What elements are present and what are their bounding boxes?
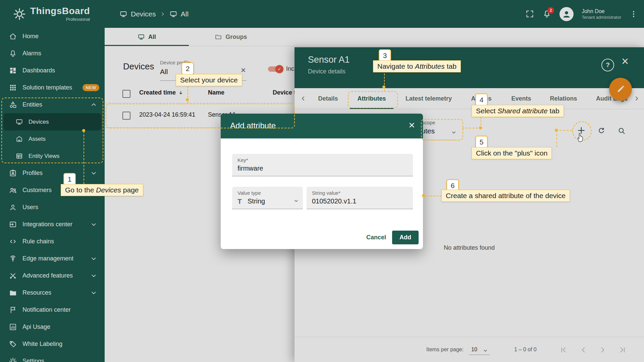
- value-type-value: String: [248, 197, 265, 205]
- thingsboard-app: ThingsBoard Professional Devices All 2 J…: [0, 0, 644, 362]
- string-value-field[interactable]: String value* 01052020.v1.1: [307, 187, 413, 209]
- text-type-icon: T: [237, 197, 242, 205]
- add-attribute-dialog: Add attribute × Key* firmware Value type…: [221, 114, 423, 249]
- string-value-value: 01052020.v1.1: [312, 197, 356, 205]
- value-type-label: Value type: [237, 190, 261, 196]
- cancel-button[interactable]: Cancel: [364, 234, 388, 241]
- key-field[interactable]: Key* firmware: [232, 154, 413, 176]
- add-button[interactable]: Add: [392, 231, 419, 244]
- value-type-select[interactable]: Value type T String: [232, 187, 303, 209]
- dialog-header: Add attribute ×: [221, 114, 423, 138]
- close-icon[interactable]: ×: [409, 120, 415, 130]
- key-field-label: Key*: [237, 157, 248, 163]
- dialog-title: Add attribute: [230, 121, 276, 130]
- string-value-label: String value*: [312, 190, 340, 196]
- key-field-value: firmware: [237, 165, 263, 172]
- chevron-down-icon: [293, 197, 300, 204]
